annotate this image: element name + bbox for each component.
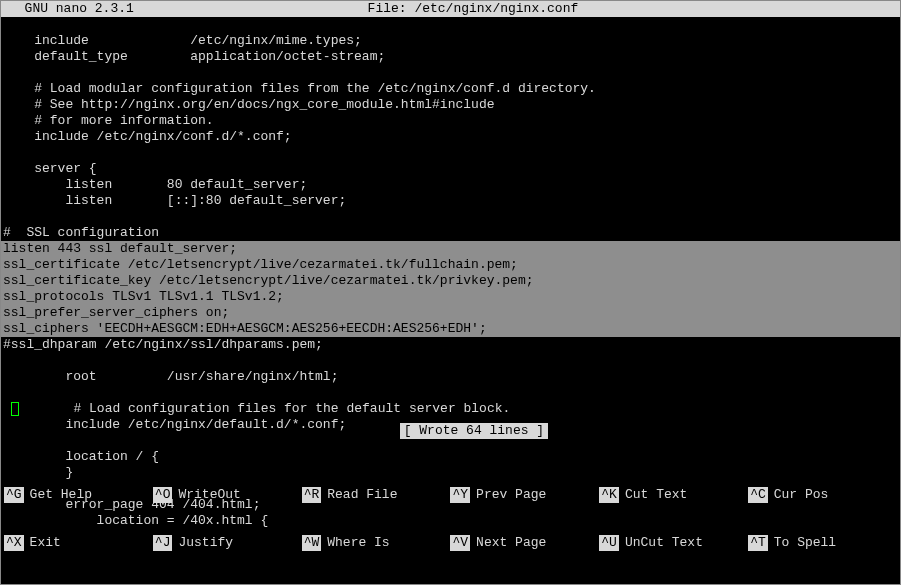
help-label: Next Page [476,535,546,551]
help-key: ^W [302,535,322,551]
buffer-line[interactable]: listen 443 ssl default_server; [1,241,900,257]
status-message: [ Wrote 64 lines ] [400,423,548,439]
help-label: UnCut Text [625,535,703,551]
help-item[interactable]: ^VNext Page [450,535,599,551]
buffer-line[interactable] [1,145,900,161]
help-row-1: ^GGet Help^OWriteOut^RRead File^YPrev Pa… [4,487,897,503]
nano-title-right [812,1,892,17]
help-item[interactable]: ^OWriteOut [153,487,302,503]
buffer-line[interactable]: ssl_ciphers 'EECDH+AESGCM:EDH+AESGCM:AES… [1,321,900,337]
help-key: ^Y [450,487,470,503]
help-item[interactable]: ^KCut Text [599,487,748,503]
help-label: Justify [178,535,233,551]
nano-help-bar: [ Wrote 64 lines ] ^GGet Help^OWriteOut^… [2,375,899,583]
help-item[interactable]: ^CCur Pos [748,487,897,503]
buffer-line[interactable]: # Load modular configuration files from … [1,81,900,97]
buffer-line[interactable]: ssl_protocols TLSv1 TLSv1.1 TLSv1.2; [1,289,900,305]
help-key: ^V [450,535,470,551]
buffer-line[interactable]: include /etc/nginx/conf.d/*.conf; [1,129,900,145]
help-label: Exit [30,535,61,551]
terminal-window: GNU nano 2.3.1 File: /etc/nginx/nginx.co… [0,0,901,585]
buffer-line[interactable] [1,209,900,225]
buffer-line[interactable]: # SSL configuration [1,225,900,241]
help-key: ^J [153,535,173,551]
help-item[interactable]: ^XExit [4,535,153,551]
nano-titlebar: GNU nano 2.3.1 File: /etc/nginx/nginx.co… [1,1,900,17]
buffer-line[interactable]: ssl_certificate_key /etc/letsencrypt/liv… [1,273,900,289]
buffer-line[interactable]: listen 80 default_server; [1,177,900,193]
buffer-line[interactable]: default_type application/octet-stream; [1,49,900,65]
help-item[interactable]: ^GGet Help [4,487,153,503]
help-label: Cut Text [625,487,687,503]
help-label: Cur Pos [774,487,829,503]
help-item[interactable]: ^WWhere Is [302,535,451,551]
buffer-line[interactable]: # for more information. [1,113,900,129]
help-key: ^K [599,487,619,503]
buffer-line[interactable]: include /etc/nginx/mime.types; [1,33,900,49]
help-item[interactable]: ^TTo Spell [748,535,897,551]
help-key: ^X [4,535,24,551]
help-row-2: ^XExit^JJustify^WWhere Is^VNext Page^UUn… [4,535,897,551]
buffer-line[interactable]: ssl_certificate /etc/letsencrypt/live/ce… [1,257,900,273]
help-item[interactable]: ^UUnCut Text [599,535,748,551]
help-label: To Spell [774,535,836,551]
help-key: ^R [302,487,322,503]
buffer-line[interactable]: listen [::]:80 default_server; [1,193,900,209]
help-key: ^G [4,487,24,503]
help-item[interactable]: ^YPrev Page [450,487,599,503]
nano-version: GNU nano 2.3.1 [9,1,134,17]
help-label: Prev Page [476,487,546,503]
help-key: ^U [599,535,619,551]
status-line-wrap: [ Wrote 64 lines ] [4,407,897,455]
help-key: ^T [748,535,768,551]
buffer-line[interactable]: # See http://nginx.org/en/docs/ngx_core_… [1,97,900,113]
help-item[interactable]: ^RRead File [302,487,451,503]
help-key: ^C [748,487,768,503]
buffer-line[interactable] [1,353,900,369]
help-key: ^O [153,487,173,503]
nano-filename: File: /etc/nginx/nginx.conf [134,1,812,17]
buffer-line[interactable]: ssl_prefer_server_ciphers on; [1,305,900,321]
help-item[interactable]: ^JJustify [153,535,302,551]
help-label: WriteOut [178,487,240,503]
buffer-line[interactable] [1,65,900,81]
buffer-line[interactable]: #ssl_dhparam /etc/nginx/ssl/dhparams.pem… [1,337,900,353]
help-label: Where Is [327,535,389,551]
help-label: Get Help [30,487,92,503]
buffer-line[interactable]: server { [1,161,900,177]
help-label: Read File [327,487,397,503]
buffer-line[interactable] [1,17,900,33]
